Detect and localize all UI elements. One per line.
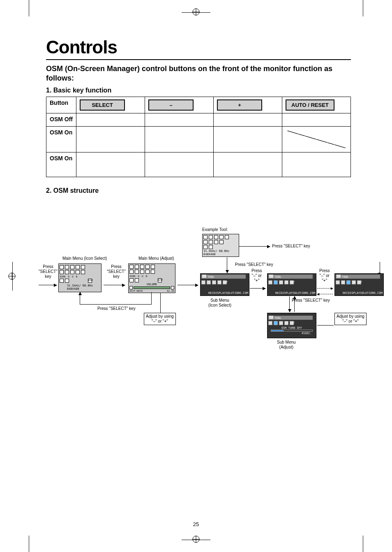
auto-reset-button-label: AUTO / RESET: [286, 99, 334, 111]
corner-mark: [29, 536, 29, 552]
press-select-label: Press "SELECT" key: [235, 262, 273, 267]
table-row: OSM On: [46, 152, 351, 177]
freq-text: 31.5kHz/ 60.0Hz 640X480: [67, 284, 93, 291]
row-label: OSM Off: [46, 113, 76, 126]
mute-text: EXIT:MUTE: [129, 289, 143, 292]
arrow-icon: [250, 288, 265, 289]
subtitle: OSM (On-Screen Manager) control buttons …: [46, 64, 351, 83]
osm-sub-adjust-screenshot: TOOL 149EXIT OSM TURN OFF 45SEC.: [267, 313, 316, 338]
main-menu-adjust-label: Main Menu (Adjust): [138, 256, 174, 261]
title-underline: [46, 59, 351, 60]
url-text: NECDISPLAYSOLUTIONS.COM: [208, 291, 248, 295]
osm-off-text: OSM TURN OFF: [281, 326, 302, 330]
sub-menu-adjust-label: Sub Menu (Adjust): [277, 340, 296, 350]
pct-text: 52.3%: [167, 289, 174, 292]
minus-button-label: –: [148, 99, 194, 111]
press-select-key-label: Press "SELECT" key: [107, 264, 126, 279]
svg-point-3: [193, 536, 199, 543]
th-minus: –: [145, 97, 214, 113]
crop-mark-bottom: [188, 531, 204, 548]
corner-mark: [29, 0, 29, 16]
tool-text: TOOL: [208, 275, 214, 279]
adjust-by-label: Adjust by using "–" or "+": [334, 313, 367, 325]
row-label: OSM On: [46, 126, 76, 152]
th-plus: +: [214, 97, 282, 113]
plus-button-label: +: [217, 99, 262, 111]
arrow-down-icon: [289, 296, 290, 312]
connector-line: [317, 325, 334, 326]
tool-text: TOOL: [274, 316, 281, 320]
freq-text: 31.5kHz/ 60.0Hz 640X480: [203, 249, 229, 256]
corner-mark: [363, 0, 363, 16]
url-text: NECDISPLAYSOLUTIONS.COM: [343, 291, 383, 295]
adjust-by-label: Adjust by using "–" or "+": [144, 313, 176, 325]
page-title: Controls: [46, 37, 351, 58]
press-minus-plus-label: Press "–" or "+": [319, 268, 330, 283]
osm-example-screenshot: 31.5kHz/ 60.0Hz 640X480: [202, 234, 239, 257]
corner-mark: [363, 536, 363, 552]
osm-diagram: Example Tool: 31.5kHz/ 60.0Hz 640X480 Pr…: [46, 211, 358, 408]
arrow-icon: [178, 285, 198, 285]
press-minus-plus-label: Press "–" or "+": [251, 268, 262, 283]
volume-text: VOLUME: [147, 283, 157, 286]
press-select-key-label: Press "SELECT" key: [39, 264, 58, 279]
tool-text: TOOL: [274, 275, 281, 279]
arrow-down-icon: [227, 257, 227, 273]
table-row: OSM Off: [46, 113, 351, 126]
press-select-label: Press "SELECT" key: [292, 298, 330, 303]
section2-header: 2. OSM structure: [46, 187, 351, 194]
button-table: Button SELECT – + AUTO / RESET OSM Off O…: [46, 97, 351, 177]
url-text: NECDISPLAYSOLUTIONS.COM: [275, 291, 315, 295]
row-label: OSM On: [46, 152, 76, 177]
press-select-label: Press "SELECT" key: [97, 306, 136, 311]
press-select-label: Press "SELECT" key: [272, 244, 310, 249]
th-select: SELECT: [76, 97, 145, 113]
osm-sub-mid-screenshot: TOOL 149EXIT NECDISPLAYSOLUTIONS.COM: [267, 273, 316, 296]
page-number: 25: [193, 521, 199, 527]
arrow-icon: [39, 285, 57, 285]
section1-header: 1. Basic key function: [46, 87, 351, 94]
example-tool-label: Example Tool:: [202, 227, 228, 232]
th-auto: AUTO / RESET: [282, 97, 351, 113]
dotted-arrow-icon: [317, 288, 333, 289]
main-menu-icon-label: Main Menu (Icon Select): [62, 256, 107, 261]
connector-line: [160, 293, 161, 313]
tool-text: TOOL: [342, 275, 349, 279]
arrow-up-icon: [294, 296, 295, 312]
arrow-icon: [239, 246, 270, 247]
osm-sub-right-screenshot: TOOL 149EXIT NECDISPLAYSOLUTIONS.COM: [334, 273, 384, 296]
table-row: OSM On: [46, 126, 351, 152]
osm-sub-icon-screenshot: TOOL 149EXIT NECDISPLAYSOLUTIONS.COM: [200, 273, 249, 296]
th-button: Button: [46, 97, 76, 113]
arrow-up-icon: [80, 292, 80, 293]
select-button-label: SELECT: [80, 99, 125, 111]
loop-line: [80, 292, 152, 305]
sub-menu-icon-label: Sub Menu (Icon Select): [208, 298, 231, 308]
osm-main-icon-screenshot: 9300RGB EXIT 31.5kHz/ 60.0Hz 640X480: [58, 263, 101, 292]
arrow-icon: [104, 285, 125, 285]
osm-main-adjust-screenshot: 9300RGB EXIT VOLUME EXIT:MUTE52.3%: [128, 263, 175, 293]
sec-text: 45SEC.: [302, 332, 312, 335]
no-action-cell: [282, 126, 351, 152]
dotted-arrow-icon: [317, 294, 333, 294]
